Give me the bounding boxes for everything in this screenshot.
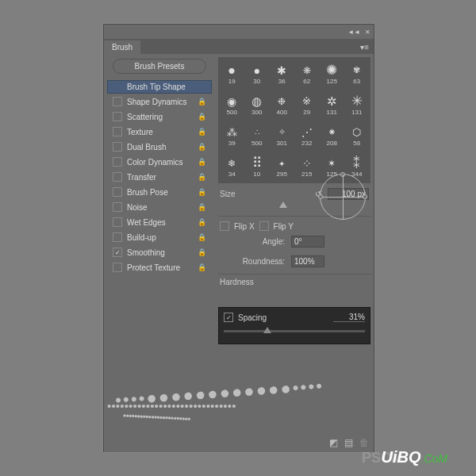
lock-icon[interactable]: 🔒 xyxy=(198,203,206,211)
lock-icon[interactable]: 🔒 xyxy=(198,218,206,226)
brush-thumb[interactable]: ✦295 xyxy=(270,152,294,182)
lock-icon[interactable]: 🔒 xyxy=(198,188,206,196)
trash-icon[interactable]: 🗑 xyxy=(359,437,369,448)
flip-y-checkbox[interactable] xyxy=(259,221,269,231)
option-label: Scattering xyxy=(127,113,163,121)
lock-icon[interactable]: 🔒 xyxy=(198,158,206,166)
brush-thumb[interactable]: ✱36 xyxy=(270,59,294,89)
lock-icon[interactable]: 🔒 xyxy=(198,248,206,256)
spacing-checkbox[interactable]: ✓ xyxy=(224,313,233,322)
hardness-slider xyxy=(220,288,369,298)
brush-thumb[interactable]: ●19 xyxy=(220,59,244,89)
option-smoothing[interactable]: ✓Smoothing🔒 xyxy=(107,245,212,259)
spacing-slider[interactable] xyxy=(224,330,365,332)
brush-thumb[interactable]: ⁂39 xyxy=(220,121,244,151)
brush-thumb[interactable]: ◉500 xyxy=(220,90,244,120)
brush-thumb[interactable]: ∴500 xyxy=(245,121,270,151)
angle-input[interactable]: 0° xyxy=(291,236,324,248)
option-checkbox[interactable] xyxy=(113,172,122,182)
option-label: Protect Texture xyxy=(127,263,180,272)
option-noise[interactable]: Noise🔒 xyxy=(107,200,212,214)
brush-thumb[interactable]: ✳131 xyxy=(345,90,370,120)
lock-icon[interactable]: 🔒 xyxy=(198,128,206,136)
brush-thumb[interactable]: ※29 xyxy=(295,90,320,120)
spacing-label: Spacing xyxy=(238,313,333,322)
brush-panel: ◄◄ ✕ Brush ▾≡ Brush Presets Brush Tip Sh… xyxy=(103,24,374,452)
option-checkbox[interactable]: ✓ xyxy=(113,248,122,257)
option-checkbox[interactable] xyxy=(113,112,122,121)
option-checkbox[interactable] xyxy=(113,142,122,152)
brush-presets-button[interactable]: Brush Presets xyxy=(113,59,206,74)
spacing-input[interactable]: 31% xyxy=(333,313,365,322)
option-brush-tip-shape[interactable]: Brush Tip Shape xyxy=(107,80,212,94)
option-dual-brush[interactable]: Dual Brush🔒 xyxy=(107,140,212,154)
option-label: Brush Pose xyxy=(127,188,168,197)
panel-titlebar[interactable]: ◄◄ ✕ xyxy=(104,25,374,40)
option-protect-texture[interactable]: Protect Texture🔒 xyxy=(107,260,212,274)
roundness-input[interactable]: 100% xyxy=(291,255,324,267)
flip-x-checkbox[interactable] xyxy=(220,221,229,231)
spacing-block: ✓ Spacing 31% xyxy=(218,307,370,344)
option-label: Wet Edges xyxy=(127,218,166,227)
option-wet-edges[interactable]: Wet Edges🔒 xyxy=(107,215,212,229)
option-label: Noise xyxy=(127,203,148,212)
option-checkbox[interactable] xyxy=(113,263,122,272)
lock-icon[interactable]: 🔒 xyxy=(198,233,206,241)
flip-y-label: Flip Y xyxy=(274,222,294,231)
option-checkbox[interactable] xyxy=(113,217,122,227)
option-color-dynamics[interactable]: Color Dynamics🔒 xyxy=(107,155,212,169)
brush-thumb[interactable]: ⠿10 xyxy=(245,152,270,182)
brush-thumb[interactable]: ⁕208 xyxy=(320,121,344,151)
brush-thumb[interactable]: ❄34 xyxy=(220,152,244,182)
option-checkbox[interactable] xyxy=(113,127,122,136)
brush-thumb[interactable]: ✲131 xyxy=(320,90,344,120)
option-checkbox[interactable] xyxy=(113,157,122,167)
option-label: Shape Dynamics xyxy=(127,98,187,106)
lock-icon[interactable]: 🔒 xyxy=(198,173,206,181)
option-checkbox[interactable] xyxy=(113,232,122,242)
size-label: Size xyxy=(220,190,315,198)
brush-thumb[interactable]: ⁘215 xyxy=(295,152,320,182)
panel-menu-icon[interactable]: ▾≡ xyxy=(355,40,374,54)
lock-icon[interactable]: 🔒 xyxy=(198,263,206,271)
option-brush-pose[interactable]: Brush Pose🔒 xyxy=(107,185,212,199)
brush-thumb[interactable]: ✧301 xyxy=(270,121,294,151)
brush-thumb[interactable]: ●30 xyxy=(245,59,270,89)
option-scattering[interactable]: Scattering🔒 xyxy=(107,109,212,124)
lock-icon[interactable]: 🔒 xyxy=(198,113,206,121)
lock-icon[interactable]: 🔒 xyxy=(198,143,206,151)
option-checkbox[interactable] xyxy=(113,202,122,212)
option-label: Brush Tip Shape xyxy=(127,83,186,91)
tab-bar: Brush ▾≡ xyxy=(104,40,374,54)
collapse-icon[interactable]: ◄◄ xyxy=(347,29,360,36)
hardness-label: Hardness xyxy=(220,278,369,286)
brush-thumb[interactable]: ✺125 xyxy=(320,59,344,89)
panel-footer: ◩ ▤ 🗑 xyxy=(104,434,374,451)
brush-thumb[interactable]: ⋰232 xyxy=(295,121,320,151)
option-checkbox[interactable] xyxy=(113,187,122,197)
option-texture[interactable]: Texture🔒 xyxy=(107,125,212,139)
roundness-label: Roundness: xyxy=(234,257,285,266)
option-transfer[interactable]: Transfer🔒 xyxy=(107,170,212,184)
option-shape-dynamics[interactable]: Shape Dynamics🔒 xyxy=(107,94,212,109)
lock-icon[interactable]: 🔒 xyxy=(198,98,206,106)
option-label: Color Dynamics xyxy=(127,158,183,167)
option-label: Smoothing xyxy=(127,248,165,257)
option-label: Texture xyxy=(127,128,153,136)
brush-thumb[interactable]: ✾63 xyxy=(345,59,370,89)
brush-thumb[interactable]: ❋62 xyxy=(295,59,320,89)
option-checkbox[interactable] xyxy=(113,97,122,106)
brush-thumbnail-grid[interactable]: ●19●30✱36❋62✺125✾63◉500◍300❉400※29✲131✳1… xyxy=(218,57,370,183)
option-label: Build-up xyxy=(127,233,156,242)
new-brush-icon[interactable]: ▤ xyxy=(344,437,353,448)
brush-thumb[interactable]: ◍300 xyxy=(245,90,270,120)
brush-thumb[interactable]: ⬡58 xyxy=(345,121,370,151)
angle-label: Angle: xyxy=(234,237,285,246)
tab-brush[interactable]: Brush xyxy=(104,40,140,54)
angle-widget[interactable] xyxy=(320,174,366,220)
toggle-preview-icon[interactable]: ◩ xyxy=(329,437,338,448)
close-icon[interactable]: ✕ xyxy=(365,29,370,36)
option-build-up[interactable]: Build-up🔒 xyxy=(107,230,212,244)
option-label: Dual Brush xyxy=(127,143,166,152)
brush-thumb[interactable]: ❉400 xyxy=(270,90,294,120)
